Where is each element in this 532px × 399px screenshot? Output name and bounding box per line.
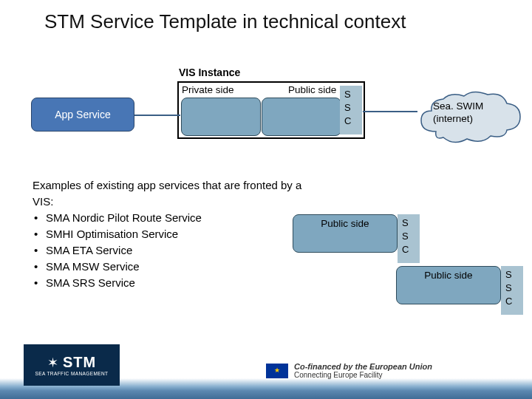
examples-text: Examples of existing app services that a… bbox=[33, 177, 306, 291]
ssc-block-2: S S C bbox=[398, 214, 420, 263]
example-item: SMA ETA Service bbox=[33, 242, 306, 259]
stm-logo-big: STM bbox=[63, 354, 96, 371]
compass-icon: ✶ bbox=[47, 355, 58, 371]
eu-flag-icon bbox=[266, 364, 288, 378]
public-side-block-3: Public side bbox=[396, 266, 501, 304]
ssc-s1: S bbox=[505, 268, 519, 282]
ssc-s1: S bbox=[344, 88, 358, 101]
cef-block: Co-financed by the European Union Connec… bbox=[266, 362, 442, 380]
ssc-s2: S bbox=[402, 230, 415, 243]
stm-logo: ✶ STM SEA TRAFFIC MANAGEMENT bbox=[24, 344, 120, 386]
cef-sub: Connecting Europe Facility bbox=[294, 371, 442, 380]
cloud-label: Sea. SWIM (internet) bbox=[433, 100, 514, 125]
private-side-label: Private side bbox=[182, 84, 234, 95]
example-item: SMA SRS Service bbox=[33, 275, 306, 291]
example-item: SMHI Optimisation Service bbox=[33, 226, 306, 242]
ssc-s2: S bbox=[505, 282, 519, 295]
cef-strong: Co-financed by the European Union bbox=[294, 362, 442, 371]
private-side-block bbox=[181, 98, 261, 136]
public-side-block-1 bbox=[262, 98, 341, 136]
cloud-line2: (internet) bbox=[433, 112, 514, 125]
ssc-block-1: S S C bbox=[340, 86, 362, 134]
public-side-block-2: Public side bbox=[293, 214, 398, 253]
ssc-c: C bbox=[402, 243, 415, 256]
footer: ✶ STM SEA TRAFFIC MANAGEMENT Co-financed… bbox=[0, 347, 532, 399]
public-side-label: Public side bbox=[288, 84, 336, 95]
public-side-label-2: Public side bbox=[321, 218, 369, 229]
ssc-s1: S bbox=[402, 216, 415, 230]
connector-vis-to-cloud bbox=[363, 111, 417, 112]
app-service-label: App Service bbox=[55, 109, 110, 120]
stm-logo-small: SEA TRAFFIC MANAGEMENT bbox=[35, 371, 109, 376]
ssc-c: C bbox=[344, 115, 358, 128]
examples-intro: Examples of existing app services that a… bbox=[33, 177, 306, 210]
cloud-line1: Sea. SWIM bbox=[433, 100, 514, 112]
cef-text: Co-financed by the European Union Connec… bbox=[294, 362, 442, 380]
page-title: STM Service Template in technical contex… bbox=[44, 10, 517, 33]
vis-instance-label: VIS Instance bbox=[179, 66, 240, 78]
app-service-block: App Service bbox=[31, 98, 134, 132]
ssc-c: C bbox=[505, 295, 519, 308]
example-item: SMA MSW Service bbox=[33, 259, 306, 275]
connector-app-to-vis bbox=[134, 115, 180, 116]
example-item: SMA Nordic Pilot Route Service bbox=[33, 210, 306, 226]
ssc-s2: S bbox=[344, 101, 358, 115]
ssc-block-3: S S C bbox=[501, 266, 523, 315]
public-side-label-3: Public side bbox=[424, 270, 472, 281]
